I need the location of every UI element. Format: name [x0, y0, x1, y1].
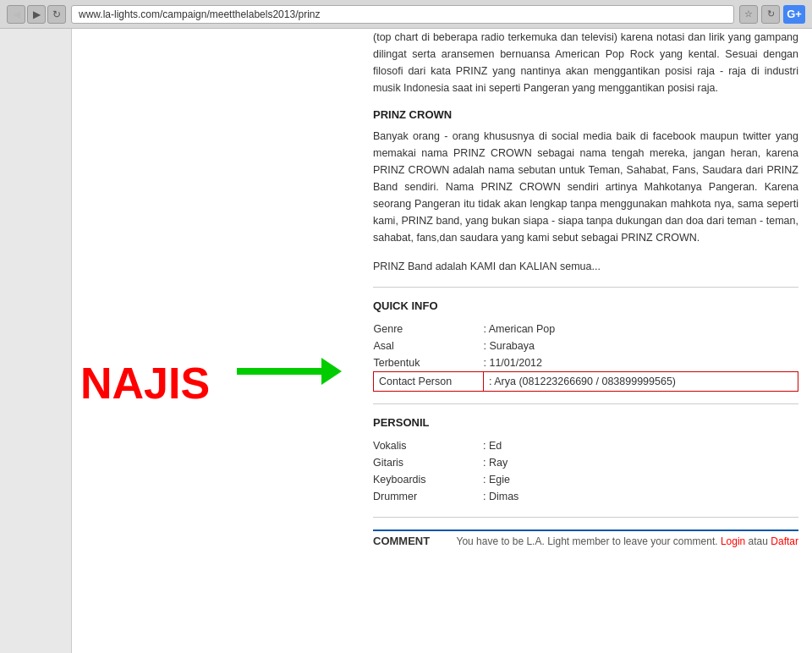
info-label-0: Genre — [374, 321, 484, 337]
refresh-button-2[interactable]: ↻ — [761, 5, 780, 24]
forward-button[interactable]: ▶ — [27, 5, 46, 24]
info-label-3: Contact Person — [374, 372, 484, 392]
personil-value-3: : Dimas — [483, 488, 798, 505]
atau-text: atau — [745, 535, 771, 547]
nav-buttons: ◀ ▶ ↻ — [7, 5, 66, 24]
url-text: www.la-lights.com/campaign/meetthelabels… — [79, 8, 320, 20]
personil-label-1: Gitaris — [373, 454, 483, 471]
login-link[interactable]: Login — [721, 535, 745, 547]
sidebar — [0, 29, 72, 653]
personil-value-1: : Ray — [483, 454, 798, 471]
info-value-2: : 11/01/2012 — [484, 354, 798, 372]
google-plus-button[interactable]: G+ — [783, 5, 805, 24]
personil-title: PERSONIL — [373, 416, 798, 429]
prinz-crown-title: PRINZ CROWN — [373, 108, 798, 121]
divider-1 — [373, 287, 798, 288]
info-label-2: Terbentuk — [374, 354, 484, 372]
back-button[interactable]: ◀ — [7, 5, 25, 24]
personil-value-2: : Egie — [483, 471, 798, 488]
content-area: NAJIS (top chart di beberapa radio terke… — [72, 29, 812, 653]
info-value-0: : American Pop — [484, 321, 798, 337]
page-wrapper: NAJIS (top chart di beberapa radio terke… — [0, 29, 812, 653]
personil-label-3: Drummer — [373, 488, 483, 505]
main-content: NAJIS (top chart di beberapa radio terke… — [72, 29, 812, 653]
info-value-3: : Arya (081223266690 / 083899999565) — [484, 372, 798, 392]
refresh-button[interactable]: ↻ — [47, 5, 66, 24]
info-row-2: Terbentuk: 11/01/2012 — [374, 354, 798, 372]
quick-info-table: Genre: American PopAsal: SurabayaTerbent… — [373, 321, 798, 392]
info-value-1: : Surabaya — [484, 337, 798, 354]
divider-2 — [373, 403, 798, 404]
star-button[interactable]: ☆ — [739, 5, 758, 24]
daftar-link[interactable]: Daftar — [771, 535, 798, 547]
comment-notice: You have to be L.A. Light member to leav… — [456, 535, 798, 547]
info-row-1: Asal: Surabaya — [374, 337, 798, 354]
personil-row-0: Vokalis: Ed — [373, 437, 798, 454]
personil-table: Vokalis: EdGitaris: RayKeyboardis: EgieD… — [373, 437, 798, 505]
personil-row-3: Drummer: Dimas — [373, 488, 798, 505]
article-area: (top chart di beberapa radio terkemuka d… — [359, 29, 812, 653]
info-row-3: Contact Person: Arya (081223266690 / 083… — [374, 372, 798, 392]
paragraph-1: (top chart di beberapa radio terkemuka d… — [373, 29, 798, 96]
browser-chrome: ◀ ▶ ↻ www.la-lights.com/campaign/meetthe… — [0, 0, 812, 29]
arrow-line — [237, 368, 321, 375]
arrow-head — [321, 358, 342, 385]
comment-section: COMMENT You have to be L.A. Light member… — [373, 530, 798, 547]
browser-actions: ☆ ↻ G+ — [739, 5, 805, 24]
info-label-1: Asal — [374, 337, 484, 354]
personil-label-0: Vokalis — [373, 437, 483, 454]
quick-info-title: QUICK INFO — [373, 299, 798, 312]
comment-notice-text: You have to be L.A. Light member to leav… — [456, 535, 717, 547]
address-bar[interactable]: www.la-lights.com/campaign/meetthelabels… — [71, 5, 734, 24]
personil-label-2: Keyboardis — [373, 471, 483, 488]
personil-row-1: Gitaris: Ray — [373, 454, 798, 471]
paragraph-3: PRINZ Band adalah KAMI dan KALIAN semua.… — [373, 258, 798, 275]
personil-row-2: Keyboardis: Egie — [373, 471, 798, 488]
arrow-annotation — [237, 358, 342, 385]
paragraph-2: Banyak orang - orang khususnya di social… — [373, 128, 798, 246]
divider-3 — [373, 517, 798, 518]
annotation-area: NAJIS — [72, 29, 359, 653]
info-row-0: Genre: American Pop — [374, 321, 798, 337]
najis-annotation: NAJIS — [80, 358, 210, 409]
comment-title: COMMENT — [373, 535, 430, 547]
personil-value-0: : Ed — [483, 437, 798, 454]
